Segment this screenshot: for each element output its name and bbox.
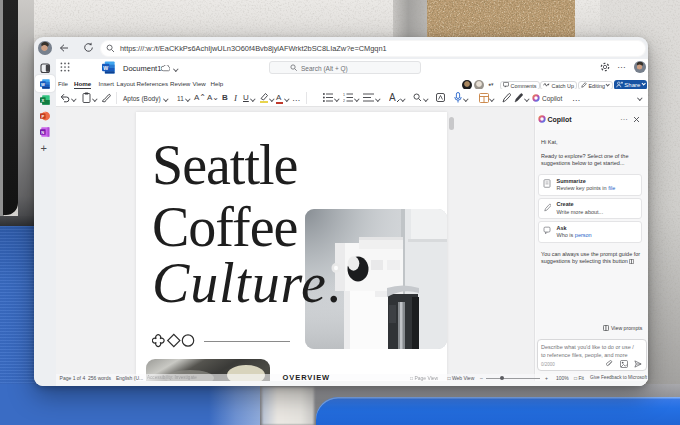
svg-text:N: N <box>41 129 44 134</box>
svg-text:2: 2 <box>343 99 345 102</box>
svg-text:W: W <box>103 65 108 71</box>
svg-text:A: A <box>389 92 396 103</box>
svg-text:W: W <box>41 81 45 86</box>
svg-text:X: X <box>41 98 44 103</box>
svg-text:1: 1 <box>343 93 345 97</box>
svg-text:P: P <box>41 113 44 118</box>
